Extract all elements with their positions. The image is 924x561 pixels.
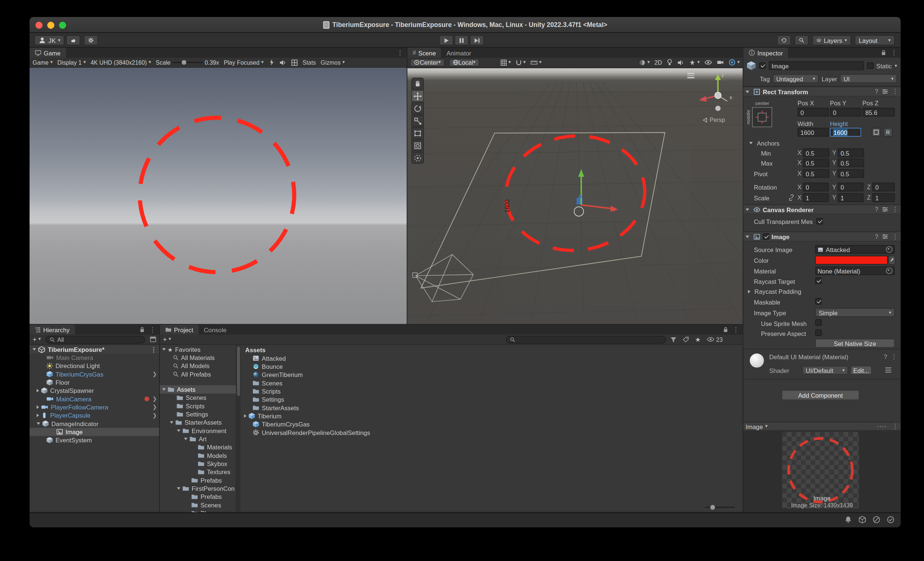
shader-dropdown[interactable]: UI/Default▾ bbox=[802, 366, 848, 375]
set-native-size-button[interactable]: Set Native Size bbox=[815, 339, 895, 348]
tree-item[interactable]: Settings bbox=[160, 410, 236, 418]
scene-visibility-dropdown[interactable]: ▾ bbox=[729, 59, 740, 66]
foldout-closed-icon[interactable] bbox=[37, 389, 39, 393]
scale-slider[interactable] bbox=[172, 62, 203, 63]
scene-viewport[interactable]: 1600 bbox=[407, 68, 742, 324]
source-image-field[interactable]: Attacked bbox=[815, 245, 895, 254]
project-search[interactable] bbox=[506, 336, 666, 344]
foldout-open-icon[interactable] bbox=[162, 388, 166, 391]
tree-item[interactable]: Environment bbox=[160, 426, 236, 435]
preview-header[interactable]: Image ▾ ⋮ bbox=[743, 422, 901, 430]
grid-snap-dropdown[interactable]: ▾ bbox=[501, 59, 511, 66]
shading-mode-dropdown[interactable]: ▾ bbox=[639, 59, 650, 66]
image-component-header[interactable]: Image ? ⋮ bbox=[743, 231, 901, 242]
prefab-open-chevron[interactable]: ❯ bbox=[152, 412, 157, 418]
component-menu-icon[interactable]: ⋮ bbox=[892, 88, 898, 95]
rotation-y-field[interactable]: 0 bbox=[837, 183, 863, 191]
foldout-open-icon[interactable] bbox=[177, 487, 181, 489]
scene-menu-icon[interactable]: ⋮ bbox=[150, 346, 157, 353]
blueprint-mode-button[interactable] bbox=[872, 128, 881, 137]
tree-item[interactable]: Art bbox=[160, 435, 236, 443]
tab-inspector[interactable]: Inspector bbox=[743, 48, 788, 58]
max-y-field[interactable]: 0.5 bbox=[837, 159, 864, 167]
game-viewport[interactable] bbox=[30, 68, 407, 324]
panel-menu-icon[interactable]: ⋮ bbox=[397, 50, 403, 56]
tree-item[interactable]: Models bbox=[160, 451, 236, 459]
audio-icon[interactable] bbox=[677, 59, 684, 66]
tree-item[interactable]: Playgroun bbox=[160, 509, 236, 512]
drag-handle-icon[interactable] bbox=[876, 424, 887, 428]
create-dropdown[interactable]: +▾ bbox=[33, 335, 40, 344]
foldout-closed-icon[interactable] bbox=[37, 414, 39, 417]
asset-item[interactable]: Bounce bbox=[241, 362, 743, 370]
camera-settings-icon[interactable] bbox=[717, 60, 724, 65]
pause-button[interactable] bbox=[454, 35, 469, 45]
hierarchy-item[interactable]: TiberiumCrysGas ❯ bbox=[30, 370, 159, 378]
undo-history-button[interactable] bbox=[777, 35, 791, 45]
prefab-open-chevron[interactable]: ❯ bbox=[152, 371, 157, 377]
add-component-button[interactable]: Add Component bbox=[782, 390, 860, 400]
services-button[interactable] bbox=[84, 35, 98, 45]
presets-icon[interactable] bbox=[882, 89, 888, 94]
asset-zoom-slider[interactable] bbox=[705, 507, 734, 508]
bell-icon[interactable] bbox=[844, 516, 852, 524]
hierarchy-item[interactable]: MainCamera ❯ bbox=[30, 395, 159, 403]
presets-icon[interactable] bbox=[882, 234, 888, 239]
hierarchy-item[interactable]: Main Camera bbox=[30, 354, 159, 362]
tab-animator[interactable]: Animator bbox=[441, 48, 477, 58]
foldout-open-icon[interactable] bbox=[746, 208, 749, 210]
tree-item[interactable]: Prefabs bbox=[160, 476, 236, 484]
tree-item[interactable]: Materials bbox=[160, 443, 236, 451]
hierarchy-item[interactable]: Floor bbox=[30, 378, 159, 386]
lock-icon[interactable] bbox=[140, 326, 145, 333]
lock-icon[interactable] bbox=[723, 326, 729, 333]
foldout-open-icon[interactable] bbox=[177, 429, 181, 432]
asset-item[interactable]: Scripts bbox=[241, 387, 743, 395]
rotation-z-field[interactable]: 0 bbox=[872, 183, 895, 191]
component-menu-icon[interactable]: ⋮ bbox=[892, 206, 898, 213]
foldout-open-icon[interactable] bbox=[162, 348, 166, 350]
search-button[interactable] bbox=[795, 35, 808, 45]
maskable-checkbox[interactable] bbox=[815, 298, 822, 305]
search-by-type-icon[interactable] bbox=[670, 336, 677, 343]
asset-item[interactable]: TiberiumCrysGas bbox=[241, 420, 743, 428]
play-focused-dropdown[interactable]: Play Focused▾ bbox=[224, 59, 264, 66]
static-dropdown-arrow[interactable]: ▾ bbox=[895, 63, 897, 68]
rotate-tool-button[interactable] bbox=[411, 102, 423, 114]
panel-menu-icon[interactable]: ⋮ bbox=[149, 326, 156, 333]
hidden-packages-count[interactable]: 23 bbox=[706, 336, 723, 343]
scale-y-field[interactable]: 1 bbox=[837, 193, 863, 202]
rect-transform-header[interactable]: Rect Transform ? ⋮ bbox=[743, 87, 901, 96]
audio-mute-icon[interactable] bbox=[279, 59, 286, 66]
orientation-gizmo[interactable]: y x bbox=[699, 72, 732, 111]
resolution-dropdown[interactable]: 4K UHD (3840x2160)▾ bbox=[90, 59, 151, 66]
rotation-x-field[interactable]: 0 bbox=[803, 183, 829, 191]
pos-z-field[interactable]: 85.6 bbox=[862, 108, 895, 117]
sync-disabled-icon[interactable] bbox=[872, 516, 880, 524]
raycast-padding-foldout[interactable]: Raycast Padding bbox=[748, 288, 801, 295]
prefab-open-chevron[interactable]: ❯ bbox=[152, 404, 157, 410]
tree-item[interactable]: All Models bbox=[160, 362, 236, 370]
lighting-icon[interactable] bbox=[667, 59, 673, 66]
pivot-mode-dropdown[interactable]: Center▾ bbox=[410, 58, 444, 66]
panel-menu-icon[interactable]: ⋮ bbox=[891, 50, 897, 56]
help-icon[interactable]: ? bbox=[884, 354, 887, 360]
flash-icon[interactable] bbox=[268, 59, 275, 66]
grid-overlay-icon[interactable] bbox=[291, 59, 298, 66]
tree-item[interactable]: ★ Favorites bbox=[160, 345, 236, 353]
tree-item[interactable]: Textures bbox=[160, 468, 236, 476]
raw-edit-button[interactable]: R bbox=[884, 128, 892, 137]
tree-item-selected[interactable]: Assets bbox=[160, 386, 236, 394]
panel-menu-icon[interactable]: ⋮ bbox=[732, 326, 739, 333]
foldout-open-icon[interactable] bbox=[37, 422, 40, 424]
scale-tool-button[interactable] bbox=[411, 115, 423, 127]
close-button[interactable] bbox=[36, 21, 42, 28]
use-sprite-mesh-checkbox[interactable] bbox=[815, 319, 822, 326]
asset-item[interactable]: Attacked bbox=[241, 354, 743, 362]
zoom-button[interactable] bbox=[59, 21, 66, 28]
width-field[interactable]: 1600 bbox=[798, 128, 829, 137]
tree-item[interactable]: FirstPersonCon bbox=[160, 484, 236, 493]
presets-icon[interactable] bbox=[882, 207, 888, 212]
toggle-2d[interactable]: 2D bbox=[654, 59, 662, 66]
tree-item[interactable]: All Materials bbox=[160, 354, 236, 362]
